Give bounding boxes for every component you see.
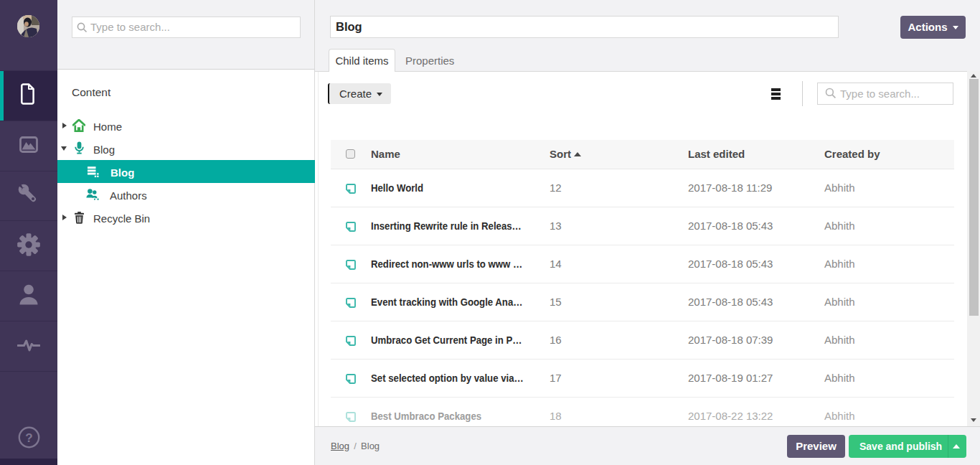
svg-text:?: ? xyxy=(25,431,32,445)
